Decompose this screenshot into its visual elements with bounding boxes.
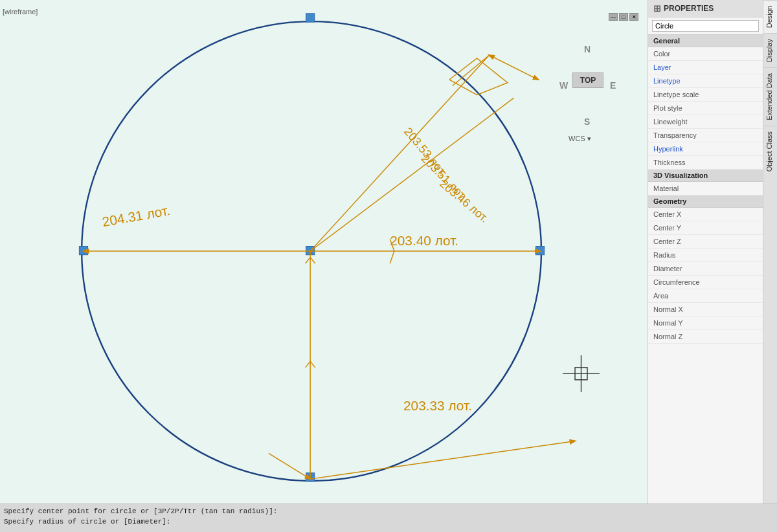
prop-row[interactable]: Plot style	[648, 102, 763, 115]
grip-top	[306, 14, 315, 22]
compass-east: E	[610, 80, 616, 91]
side-tab-object-class[interactable]: Object Class	[763, 126, 777, 177]
prop-label: Area	[648, 291, 763, 301]
svg-line-4	[453, 55, 490, 85]
prop-row[interactable]: Layer	[648, 61, 763, 74]
prop-label: Plot style	[648, 103, 763, 113]
viewport: [wireframe] — □ ✕ 204.31 лот.	[0, 0, 648, 504]
prop-label: Normal X	[648, 304, 763, 315]
properties-header: ⊞ PROPERTIES	[648, 0, 763, 17]
prop-label: Circumference	[648, 277, 763, 287]
prop-label: Linetype scale	[648, 89, 763, 100]
measurement-4: 203.46 лот.	[437, 177, 491, 225]
prop-row[interactable]: Normal Z	[648, 330, 763, 344]
compass-south: S	[584, 116, 590, 127]
prop-label: Material	[648, 183, 763, 194]
prop-row[interactable]: Linetype scale	[648, 88, 763, 102]
prop-label: Lineweight	[648, 116, 763, 127]
prop-label: Center Y	[648, 223, 763, 233]
right-panel: ⊞ PROPERTIES GeneralColorLayerLinetypeLi…	[648, 0, 777, 504]
properties-title: PROPERTIES	[664, 4, 714, 13]
compass-wcs[interactable]: WCS ▾	[569, 135, 591, 143]
grip-left	[79, 246, 87, 254]
prop-label: Linetype	[648, 76, 763, 86]
measurement-6: 203.33 лот.	[403, 398, 472, 413]
svg-line-8	[310, 441, 575, 479]
compass-top-view[interactable]: TOP	[572, 72, 603, 88]
prop-label: Thickness	[648, 157, 763, 168]
prop-label: Radius	[648, 250, 763, 260]
prop-row[interactable]: Normal X	[648, 303, 763, 316]
prop-row[interactable]: Center X	[648, 208, 763, 221]
prop-row[interactable]: Color	[648, 47, 763, 61]
compass-north: N	[584, 44, 591, 54]
prop-row[interactable]: Material	[648, 182, 763, 195]
svg-line-2	[490, 55, 539, 80]
prop-row[interactable]: Circumference	[648, 276, 763, 289]
prop-row[interactable]: Transparency	[648, 129, 763, 142]
prop-search-area	[648, 17, 763, 35]
prop-label: Diameter	[648, 263, 763, 274]
svg-line-7	[269, 453, 310, 479]
side-tab-design[interactable]: Design	[763, 0, 777, 33]
prop-row[interactable]: Hyperlink	[648, 142, 763, 156]
prop-row[interactable]: Area	[648, 289, 763, 303]
prop-row[interactable]: Center Y	[648, 221, 763, 235]
compass-west: W	[559, 80, 568, 91]
prop-row[interactable]: Diameter	[648, 262, 763, 276]
side-tabs: DesignDisplayExtended DataObject Class	[763, 0, 777, 504]
prop-row[interactable]: Thickness	[648, 156, 763, 170]
prop-row[interactable]: Lineweight	[648, 115, 763, 129]
prop-label: Transparency	[648, 130, 763, 140]
properties-panel: ⊞ PROPERTIES GeneralColorLayerLinetypeLi…	[648, 0, 763, 504]
prop-section-3d-visualization[interactable]: 3D Visualization	[648, 170, 763, 182]
prop-label: Layer	[648, 62, 763, 72]
svg-line-3	[310, 98, 513, 251]
prop-search-input[interactable]	[652, 20, 759, 32]
prop-label: Center Z	[648, 236, 763, 247]
svg-line-1	[310, 55, 489, 251]
prop-label: Hyperlink	[648, 144, 763, 154]
command-line: Specify center point for circle or [3P/2…	[0, 504, 777, 532]
measurement-1: 204.31 лот.	[101, 203, 171, 229]
prop-label: Normal Z	[648, 331, 763, 342]
prop-section-geometry[interactable]: Geometry	[648, 195, 763, 208]
prop-label: Color	[648, 49, 763, 59]
prop-row[interactable]: Linetype	[648, 74, 763, 88]
prop-label: Center X	[648, 209, 763, 219]
command-line-2: Specify radius of circle or [Diameter]:	[4, 516, 773, 527]
prop-row[interactable]: Radius	[648, 249, 763, 262]
properties-icon: ⊞	[653, 3, 661, 14]
prop-row[interactable]: Center Z	[648, 235, 763, 249]
prop-label: Normal Y	[648, 318, 763, 328]
grip-right	[535, 246, 544, 254]
prop-list: GeneralColorLayerLinetypeLinetype scaleP…	[648, 35, 763, 504]
drawing-canvas: 204.31 лот. 203.53 лот. 203.51 лот. 203.…	[0, 0, 648, 504]
measurement-5: 203.40 лот.	[390, 233, 458, 248]
prop-section-general[interactable]: General	[648, 35, 763, 47]
side-tab-display[interactable]: Display	[763, 33, 777, 67]
compass-widget: N W TOP E S WCS ▾	[557, 39, 622, 142]
app-container: [wireframe] — □ ✕ 204.31 лот.	[0, 0, 777, 504]
side-tab-extended-data[interactable]: Extended Data	[763, 67, 777, 126]
prop-row[interactable]: Normal Y	[648, 316, 763, 330]
command-line-1: Specify center point for circle or [3P/2…	[4, 506, 773, 516]
crosshair-cursor	[563, 355, 600, 392]
